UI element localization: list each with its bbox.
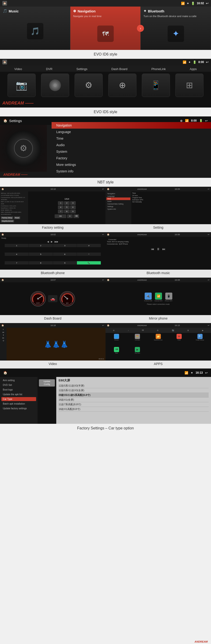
id5-video-icon[interactable]: 📷 <box>8 74 36 97</box>
bt-num-8[interactable]: 8 <box>29 261 53 264</box>
android-usb-icon[interactable]: 🔌 <box>145 292 152 300</box>
bt-num-call[interactable]: 📞 <box>77 261 101 264</box>
stop-mcu-server-btn[interactable]: StopMcuServer <box>1 220 14 222</box>
car-type-1[interactable]: 12款5系/11款X3(全屏) <box>59 388 209 393</box>
apps-top-video[interactable]: 📷 <box>172 330 174 332</box>
num-8[interactable]: 8 <box>64 210 70 214</box>
setting-time-item[interactable]: Time <box>106 198 130 200</box>
nbt-menu-sysinfo[interactable]: System info <box>52 168 211 174</box>
num-6[interactable]: 6 <box>70 206 76 209</box>
time-opt-original[interactable]: Original Time <box>132 196 210 199</box>
car-type-4[interactable]: 11款7系高配(8.8寸) <box>59 402 209 407</box>
car-type-3[interactable]: 16款X1(全屏) <box>59 398 209 402</box>
vid-menu-icon[interactable]: ≡ <box>1 328 6 330</box>
num-4[interactable]: 4 <box>58 206 64 209</box>
apps-top-emu[interactable]: ▶ <box>202 330 203 332</box>
apps-top-settings[interactable]: ⚙ <box>157 330 158 332</box>
bt-music-prev-icon[interactable]: ⏮ <box>151 247 154 251</box>
bt-num-2[interactable]: 2 <box>29 244 53 247</box>
bt-music-next-icon[interactable]: ⏭ <box>162 247 165 251</box>
setting-camera[interactable]: Camera/Video Setting <box>106 203 130 205</box>
vid-settings-icon[interactable]: ⚙ <box>1 340 6 342</box>
vid-prev-icon[interactable]: ⏮ <box>1 331 6 333</box>
bt-prev-btn[interactable]: ◀ <box>47 240 49 243</box>
id5-nav-video[interactable]: Video <box>14 67 22 71</box>
num-5[interactable]: 5 <box>64 206 70 209</box>
app-gmail[interactable]: ✉ Gmail <box>169 334 189 346</box>
home-icon[interactable]: 🏠 <box>2 1 7 6</box>
factory-setup-btn[interactable]: Factory Setup <box>1 216 13 219</box>
factory-update-apk[interactable]: Update the apk list <box>2 392 36 396</box>
bt-num-5[interactable]: 5 <box>29 252 53 256</box>
bt-num-4[interactable]: 4 <box>5 252 29 256</box>
nbt-menu-language[interactable]: Language <box>52 128 211 135</box>
num-2[interactable]: 2 <box>64 201 70 205</box>
id5-nav-dashboard[interactable]: Dash Board <box>111 67 128 71</box>
bt-num-hash[interactable]: # <box>77 244 101 247</box>
bt-music-pause-icon[interactable]: ⏸ <box>157 247 160 251</box>
id5-settings-icon[interactable]: ⚙ <box>75 74 103 97</box>
factory-update-settings[interactable]: Update factory settings <box>2 406 36 410</box>
num-3[interactable]: 3 <box>70 201 76 205</box>
app-google-settings[interactable]: 🔍 Google Settings <box>190 334 210 346</box>
back-icon[interactable]: ↩ <box>206 2 209 5</box>
bt-num-6[interactable]: 6 <box>53 252 77 256</box>
setting-sysinfo[interactable]: System info <box>106 208 130 210</box>
factory-dvd-set[interactable]: DVD Set <box>2 383 36 387</box>
vid-play-icon[interactable]: ⏸ <box>1 334 6 336</box>
car-type-5[interactable]: 16款X1高配(8.8寸) <box>59 407 209 412</box>
navigation-card[interactable]: ⊕ Navigation Navigate you in real time 🗺… <box>70 6 141 50</box>
update-config-button[interactable]: Update Config <box>39 379 55 386</box>
bt-num-1[interactable]: 1 <box>5 244 29 247</box>
android-wifi-icon[interactable]: 📶 <box>155 292 162 300</box>
id5-nav-apps[interactable]: Apps <box>190 67 197 71</box>
nbt-menu-factory[interactable]: Factory <box>52 155 211 162</box>
num-1[interactable]: 1 <box>58 201 64 205</box>
factory-car-back-icon[interactable]: ↩ <box>205 371 208 374</box>
id5-apps-icon[interactable]: ⊞ <box>175 74 203 97</box>
reset-btn[interactable]: Reset <box>14 216 20 219</box>
bluetooth-card[interactable]: ✦ Bluetooth Turn on the Bluetooth device… <box>141 6 211 50</box>
apps-top-apps[interactable]: ⊞ <box>187 330 189 332</box>
num-9[interactable]: 9 <box>70 210 76 214</box>
num-0[interactable]: 0 <box>67 214 73 218</box>
car-type-2[interactable]: 09款X5/11款5系高配(8.8寸) <box>59 393 209 398</box>
music-card[interactable]: 🎵 Music 🎵 <box>0 6 70 50</box>
next-arrow-icon[interactable]: › <box>137 25 144 32</box>
setting-lang[interactable]: Language <box>106 195 130 198</box>
factory-arm-setting[interactable]: Arm setting <box>2 378 36 382</box>
app-easydemo[interactable]: 📁 EasyDemo chan <box>148 334 168 346</box>
id5-nav-phonelink[interactable]: PhoneLink <box>151 67 166 71</box>
time-opt-manual[interactable]: Set manually <box>132 201 210 203</box>
setting-settings[interactable]: Settings <box>106 205 130 208</box>
bt-num-3[interactable]: 3 <box>53 244 77 247</box>
factory-car-home-icon[interactable]: 🏠 <box>3 371 7 374</box>
time-opt-autosync[interactable]: AutoSync GPS <box>132 199 210 201</box>
app-maps[interactable]: 🗺 Maps <box>106 347 127 360</box>
bt-next-btn[interactable]: ▶▶ <box>55 240 58 243</box>
factory-boot-logo[interactable]: Boot logo <box>2 388 36 392</box>
app-play-store[interactable]: ▶ Play Store <box>127 347 148 360</box>
nbt-home-icon[interactable]: 🏠 <box>3 119 7 122</box>
app-browser[interactable]: 🌐 Browser <box>106 334 127 346</box>
id5-phonelink-icon[interactable]: 📱 <box>142 74 170 97</box>
setting-nav[interactable]: Navigation <box>106 192 130 195</box>
id5-dashboard-icon[interactable]: ⊕ <box>108 74 136 97</box>
bt-num-star[interactable]: * <box>77 252 101 256</box>
nbt-menu-more[interactable]: More settings <box>52 162 211 168</box>
time-opt-24h[interactable]: 24 hour <box>132 194 210 196</box>
nbt-menu-audio[interactable]: Audio <box>52 142 211 148</box>
bt-num-9[interactable]: 9 <box>53 261 77 264</box>
apps-top-music[interactable]: ♪ <box>128 330 129 332</box>
iphone-wifi-icon[interactable]: 📱 <box>165 292 172 300</box>
ok-btn[interactable]: OK <box>55 214 66 218</box>
apps-top-dashboard[interactable]: ⊕ <box>113 330 115 332</box>
apps-top-nav[interactable]: 🗺 <box>142 330 144 332</box>
bt-play-btn[interactable]: ▶ <box>51 240 53 243</box>
bt-num-7[interactable]: 7 <box>5 261 29 264</box>
setting-audio[interactable]: Audio <box>106 200 130 203</box>
id5-dvr-icon[interactable]: ⚙ <box>41 74 69 97</box>
factory-car-type[interactable]: Car Type <box>2 397 36 401</box>
app-calculator[interactable]: 🧮 Calculator <box>127 334 148 346</box>
car-type-0[interactable]: 12款5系/11款X3(半屏) <box>59 384 209 388</box>
